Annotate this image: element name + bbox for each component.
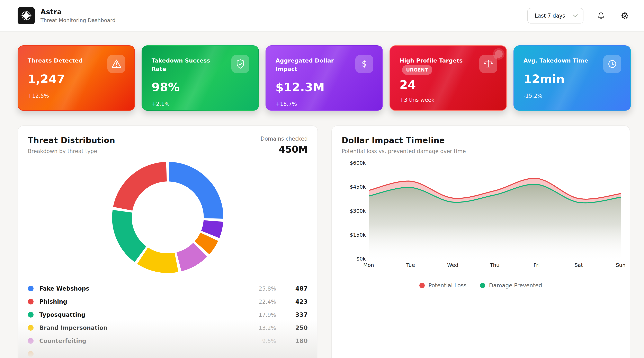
stat-card-delta: +3 this week (400, 97, 497, 103)
stat-card-icon-box (108, 55, 126, 73)
panels-row: Threat Distribution Breakdown by threat … (0, 111, 644, 358)
panel-subtitle: Breakdown by threat type (28, 148, 115, 154)
threat-distribution-panel: Threat Distribution Breakdown by threat … (18, 126, 318, 358)
stat-cards-row: Threats Detected 1,247 +12.5% Takedown S… (0, 32, 644, 111)
x-axis-tick: Sun (616, 262, 626, 268)
stat-card-icon-box: $ (355, 55, 373, 73)
x-axis-tick: Wed (447, 262, 458, 268)
y-axis-tick: $0k (342, 256, 366, 262)
stat-card-value: $12.3M (276, 80, 373, 94)
legend-item-damage-prevented: Damage Prevented (480, 282, 542, 289)
domains-checked-label: Domains checked (261, 136, 308, 142)
legend-dot (480, 283, 485, 288)
astra-logo (18, 7, 35, 24)
stat-card-delta: +18.7% (276, 101, 373, 107)
threat-distribution-donut (110, 160, 225, 275)
legend-row: Brand Impersonation 13.2% 250 (28, 321, 308, 334)
notifications-button[interactable] (595, 9, 607, 22)
y-axis-tick: $600k (342, 160, 366, 166)
legend-dot (28, 299, 34, 305)
stat-card-label: Avg. Takedown Time (524, 57, 593, 65)
legend-dot (28, 338, 34, 344)
date-range-select[interactable]: Last 7 days (528, 8, 584, 23)
timeline-area-chart (369, 160, 621, 260)
stat-card-label: High Profile TargetsURGENT (400, 57, 469, 75)
stat-card-label: Takedown Success Rate (152, 57, 221, 73)
panel-title: Dollar Impact Timeline (342, 136, 466, 145)
topbar-actions: Last 7 days (528, 8, 631, 23)
legend-row: Typosquatting 17.9% 337 (28, 308, 308, 321)
scales-icon (483, 58, 494, 69)
stat-card-value: 12min (524, 72, 621, 86)
stat-card-value: 98% (152, 80, 249, 94)
legend-row: Phishing 22.4% 423 (28, 295, 308, 308)
stat-card-threats-detected: Threats Detected 1,247 +12.5% (18, 45, 135, 111)
legend-item-potential-loss: Potential Loss (420, 282, 466, 289)
settings-button[interactable] (619, 9, 631, 22)
legend-dot (28, 312, 34, 318)
y-axis-tick: $150k (342, 232, 366, 238)
stat-card-delta: +2.1% (152, 101, 249, 107)
legend-dot (420, 283, 425, 288)
y-axis-tick: $300k (342, 208, 366, 214)
app-title: Astra (40, 8, 116, 16)
legend-row: Counterfeiting 9.5% 180 (28, 334, 308, 347)
stat-card-label: Aggregated Dollar Impact (276, 57, 345, 73)
x-axis-tick: Fri (534, 262, 540, 268)
stat-card-label: Threats Detected (28, 57, 97, 65)
gear-icon (620, 11, 629, 20)
x-axis-tick: Thu (490, 262, 500, 268)
stat-card-avg-takedown-time: Avg. Takedown Time 12min -15.2% (514, 45, 631, 111)
urgent-badge: URGENT (402, 65, 432, 75)
legend-dot (28, 286, 34, 291)
topbar: Astra Threat Monitoring Dashboard Last 7… (0, 0, 644, 32)
stat-card-delta: +12.5% (28, 93, 125, 99)
clock-icon (607, 58, 618, 69)
stat-card-delta: -15.2% (524, 93, 621, 99)
app-subtitle: Threat Monitoring Dashboard (40, 17, 116, 23)
y-axis-tick: $450k (342, 184, 366, 190)
shield-check-icon (235, 58, 246, 69)
panel-title: Threat Distribution (28, 136, 115, 145)
dollar-icon: $ (359, 58, 370, 69)
stat-card-takedown-success: Takedown Success Rate 98% +2.1% (142, 45, 259, 111)
date-range-value: Last 7 days (535, 13, 565, 19)
threat-legend: Fake Webshops 25.8% 487 Phishing 22.4% 4… (28, 282, 308, 358)
chevron-down-icon (572, 14, 578, 17)
legend-row-partial (28, 347, 308, 358)
compass-star-icon (20, 9, 33, 22)
stat-card-value: 1,247 (28, 72, 125, 86)
timeline-chart: $600k $450k $300k $150k $0k Mon Tue Wed … (342, 155, 620, 300)
x-axis-tick: Sat (575, 262, 583, 268)
stat-card-value: 24 (400, 78, 497, 92)
legend-row: Fake Webshops 25.8% 487 (28, 282, 308, 295)
svg-text:$: $ (362, 59, 367, 69)
x-axis-tick: Mon (363, 262, 374, 268)
panel-subtitle: Potential loss vs. prevented damage over… (342, 148, 466, 154)
dollar-impact-timeline-panel: Dollar Impact Timeline Potential loss vs… (332, 126, 630, 358)
stat-card-high-profile-targets: High Profile TargetsURGENT 24 +3 this we… (390, 45, 507, 111)
stat-card-icon-box (231, 55, 250, 73)
stat-card-dollar-impact: Aggregated Dollar Impact $12.3M +18.7% $ (266, 45, 383, 111)
stat-card-icon-box (603, 55, 621, 73)
stat-card-icon-box (479, 55, 497, 73)
legend-dot (28, 325, 34, 331)
brand: Astra Threat Monitoring Dashboard (18, 7, 116, 24)
bell-icon (596, 11, 606, 20)
domains-checked-value: 450M (261, 144, 308, 155)
timeline-legend: Potential Loss Damage Prevented (342, 282, 620, 289)
x-axis-tick: Tue (406, 262, 415, 268)
warning-triangle-icon (111, 58, 122, 69)
domains-checked-stat: Domains checked 450M (261, 136, 308, 155)
legend-dot (28, 351, 34, 357)
